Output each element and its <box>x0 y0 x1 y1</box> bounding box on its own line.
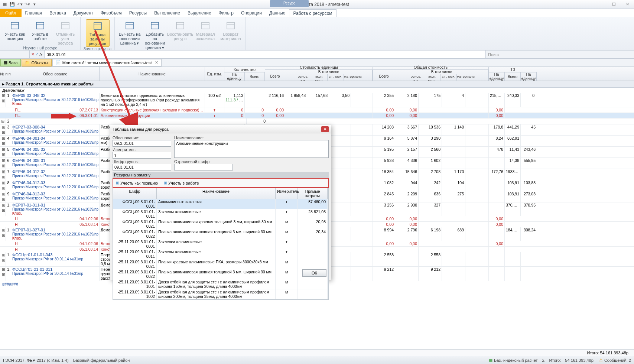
cancel-formula-icon[interactable]: ✕ <box>31 52 35 57</box>
col-basis: Обоснование <box>11 67 100 81</box>
material-zakazchika: Материал заказчика <box>194 19 217 42</box>
measure-input[interactable] <box>113 152 171 159</box>
ribbon: Учесть как позициюУчесть в работеОтменит… <box>0 17 634 51</box>
add-icon: ⊞ <box>116 181 119 185</box>
groupcode-input[interactable] <box>113 164 171 170</box>
uchest-rabote[interactable]: Учесть в работе <box>28 19 52 42</box>
list-item[interactable]: -25.11.23.09.3.01.01-0001Заклепки алюмин… <box>113 239 328 249</box>
svg-rect-0 <box>11 22 19 29</box>
menu-tab-2[interactable]: Документ <box>70 9 97 17</box>
menu-tab-8[interactable]: Операции <box>237 9 266 17</box>
document-tab[interactable]: 📄 Мои сметы\! потом можно почистить\smet… <box>52 59 162 66</box>
name-box[interactable] <box>0 51 30 58</box>
qat-more[interactable]: ▾ <box>31 1 38 8</box>
svg-rect-16 <box>227 22 234 29</box>
table-row[interactable]: ⊞⊞ 1 ФЕР09-03-048-02Приказ Минстроя Росс… <box>0 93 634 107</box>
list-item[interactable]: -25.11.23.09.3.01.01-0021Планки краевые … <box>113 259 328 269</box>
save-icon[interactable]: 💾 <box>9 1 16 8</box>
grid-header: № п.п Обоснование Наименование Ед. изм. … <box>0 67 634 81</box>
uchest-poziciyu[interactable]: Учесть как позицию <box>3 19 27 42</box>
dialog-close-icon[interactable]: ✕ <box>321 126 329 132</box>
col-total: Общая стоимость Всего В том числе основ.… <box>373 67 489 81</box>
section-row[interactable]: ▸ Раздел 1. Строительно-монтажные работы <box>0 81 634 88</box>
menu-tab-5[interactable]: Выполнение <box>150 9 184 17</box>
messages[interactable]: ⚠Сообщений: 2 <box>599 358 631 363</box>
dialog-grid[interactable]: Шифр Наименование Измеритель Прямые затр… <box>113 188 329 300</box>
col-zatraty: Прямые затраты <box>298 188 328 199</box>
status-db: ГЭСН-2017, ФЕР-2017 (с Изм. 1-4) <box>3 358 69 363</box>
menu-tab-10[interactable]: Работа с ресурсом <box>289 9 336 17</box>
otmenit: Отменить учет ресурса <box>53 19 77 46</box>
table-row[interactable]: ⊞20 <box>0 118 634 124</box>
minimize-icon[interactable]: — <box>595 1 606 8</box>
ok-button[interactable]: ОК <box>302 269 326 277</box>
col-tz: ТЗ На единицуВсегоНа единицу <box>489 67 537 81</box>
list-item[interactable]: -25.11.23.09.3.01.01-0011Заклепы алюмини… <box>113 249 328 259</box>
menu-tab-6[interactable]: Выделение <box>184 9 215 17</box>
menu-tab-1[interactable]: Вставка <box>46 9 70 17</box>
replacement-dialog: Таблица замены для ресурса ✕ Обоснование… <box>110 125 331 280</box>
list-item[interactable]: -25.11.23.09.3.01.01-1002Доска отбойная … <box>113 289 328 299</box>
accept-formula-icon[interactable]: ✓ <box>35 52 39 57</box>
tablica-zameny[interactable]: Таблица замены ресурсов <box>86 19 110 47</box>
tab-close-icon[interactable]: ✕ <box>155 60 158 65</box>
dobavit[interactable]: Добавить на основании ценника ▾ <box>143 19 167 51</box>
list-item[interactable]: -25.11.23.09.3.01.01-0022Планка алюминие… <box>113 269 328 279</box>
list-item[interactable]: ФССЦ-09.3.01.01-0022Планка алюминиевая ш… <box>113 229 328 239</box>
name-textarea[interactable]: Алюминиевые конструкции <box>174 140 329 158</box>
svg-rect-12 <box>176 22 184 29</box>
svg-rect-10 <box>151 22 159 29</box>
col-shifr: Шифр <box>113 188 157 199</box>
table-row[interactable]: П,Н 09.3.01.01 Алюминиевые конструкции т… <box>0 113 634 118</box>
folder-icon: 📁 <box>25 60 30 65</box>
close-icon[interactable]: ✕ <box>622 1 633 8</box>
add-icon: ⊞ <box>164 181 167 185</box>
vychest[interactable]: Вычесть на основании ценника ▾ <box>118 19 142 46</box>
basis-input[interactable] <box>113 140 171 147</box>
fx-icon[interactable]: fx <box>39 52 43 57</box>
col-num: № п.п <box>0 67 11 81</box>
objects-button[interactable]: 📁Объекты <box>22 59 51 66</box>
vosstanovit: Восстановить ресурс <box>168 19 192 42</box>
undo-icon[interactable]: ↶▾ <box>16 1 23 8</box>
menu-tab-9[interactable]: Данные <box>266 9 289 17</box>
col-unit: Ед. изм. <box>205 67 224 81</box>
contextual-tab-resource: Ресурс <box>270 0 309 7</box>
group-row[interactable]: Демонтаж <box>0 88 634 93</box>
measure-label: Измеритель: <box>113 147 171 152</box>
db-icon: ▦ <box>4 60 7 65</box>
status-total: Итого: 54 161 393,48р. <box>549 358 594 363</box>
uchest-rabote-button[interactable]: ⊞Учесть в работе <box>162 180 201 186</box>
dialog-titlebar[interactable]: Таблица замены для ресурса ✕ <box>110 125 331 133</box>
maximize-icon[interactable]: ☐ <box>609 1 619 8</box>
industrycode-input[interactable] <box>174 164 233 170</box>
list-item[interactable]: -25.11.23.09.3.01.01-1001Доска отбойная … <box>113 279 328 289</box>
formula-input[interactable] <box>45 51 485 58</box>
menubar: Файл ГлавнаяВставкаДокументФизобъемРесур… <box>0 9 634 17</box>
menu-tab-3[interactable]: Физобъем <box>97 9 126 17</box>
list-item[interactable]: ФССЦ-09.3.01.01-0011Заклепы алюминиевыет… <box>113 209 328 219</box>
table-row[interactable]: П,Н 07.2.07.13 Конструкции стальные (вкл… <box>0 107 634 113</box>
list-item[interactable]: ФССЦ-09.3.01.01-0021Планка алюминиевая к… <box>113 219 328 229</box>
menu-tab-7[interactable]: Фильтр <box>215 9 237 17</box>
file-tab[interactable]: Файл <box>0 9 22 17</box>
menu-tab-0[interactable]: Главная <box>22 9 46 17</box>
list-item[interactable]: ФССЦ-09.3.01.01-0001Алюминиевые заклепки… <box>113 199 328 209</box>
industrycode-label: Отраслевой шифр: <box>174 159 233 164</box>
col-unitcost: Стоимость единицы Всего В том числе осно… <box>265 67 373 81</box>
formula-bar: ✕ ✓ fx Поиск <box>0 51 634 59</box>
search-box[interactable]: Поиск <box>485 51 634 58</box>
window-title: ГРАНД-Смета 2018 - smeta-test <box>38 2 595 7</box>
svg-rect-4 <box>62 22 69 29</box>
statusbar: ГЭСН-2017, ФЕР-2017 (с Изм. 1-4) Базовый… <box>0 356 634 364</box>
total-row: Итого: 54 161 393,48р. <box>0 349 634 356</box>
menu-tab-4[interactable]: Ресурсы <box>126 9 150 17</box>
base-button[interactable]: ▦База <box>0 59 21 66</box>
redo-icon[interactable]: ↷▾ <box>24 1 30 8</box>
col-name: Наименование <box>100 67 205 81</box>
svg-rect-6 <box>94 23 101 29</box>
uchest-poziciyu-button[interactable]: ⊞Учесть как позицию <box>114 180 159 186</box>
status-region: Базовый федеральный район <box>73 358 130 363</box>
calc-mode[interactable]: ▦Баз.-индексный расчет <box>489 358 537 363</box>
sum-icon[interactable]: Σ <box>542 358 545 363</box>
